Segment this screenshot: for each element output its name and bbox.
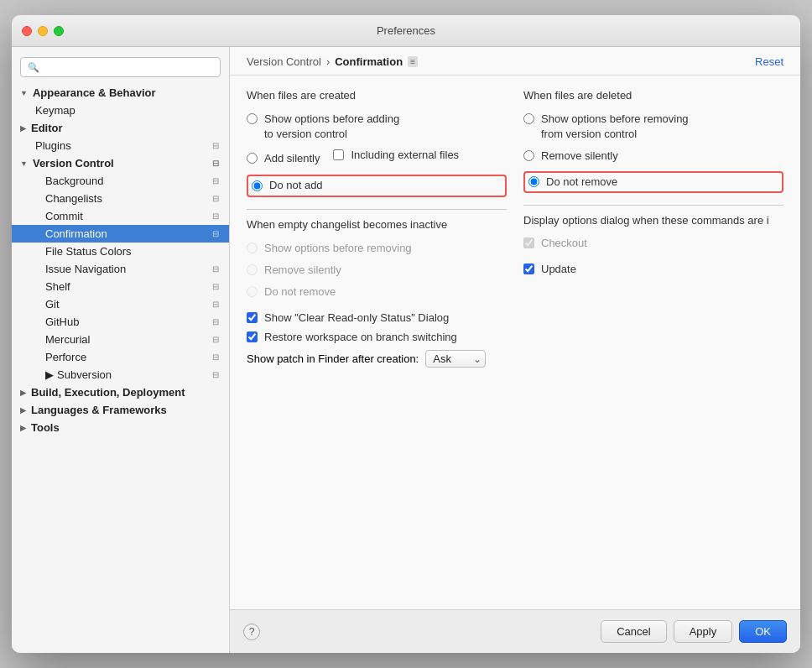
radio-remove-silently[interactable]: Remove silently [523, 149, 783, 164]
patch-finder-select[interactable]: Ask Always Never [425, 350, 486, 368]
radio-do-not-remove-label: Do not remove [546, 175, 617, 190]
radio-show-options-add[interactable]: Show options before addingto version con… [247, 112, 507, 142]
reset-button[interactable]: Reset [755, 55, 783, 68]
radio-do-not-remove-input[interactable] [528, 176, 539, 187]
radio-show-before-removing-input[interactable] [247, 243, 258, 253]
radio-show-before-removing[interactable]: Show options before removing [247, 241, 507, 256]
minimize-button[interactable] [38, 26, 48, 36]
checkout-item[interactable]: Checkout [523, 237, 783, 249]
restore-workspace-checkbox[interactable] [247, 331, 258, 342]
ok-button[interactable]: OK [739, 620, 787, 643]
window-title: Preferences [377, 24, 435, 37]
breadcrumb-separator: › [326, 55, 330, 68]
radio-show-options-add-label: Show options before addingto version con… [264, 112, 399, 142]
radio-do-not-add-label: Do not add [269, 178, 323, 193]
radio-show-options-add-input[interactable] [247, 113, 258, 124]
radio-show-options-remove-input[interactable] [523, 113, 534, 124]
when-changelist-title: When empty changelist becomes inactive [247, 218, 507, 231]
sidebar-item-subversion[interactable]: ▶ Subversion ⊟ [12, 366, 229, 384]
update-checkbox[interactable] [523, 264, 534, 274]
show-clear-readonly-item[interactable]: Show "Clear Read-only Status" Dialog [247, 311, 507, 324]
sidebar-item-perforce[interactable]: Perforce ⊟ [12, 348, 229, 366]
display-options-title: Display options dialog when these comman… [523, 214, 783, 227]
sidebar-item-changelists[interactable]: Changelists ⊟ [12, 190, 229, 207]
including-external-label: Including external files [351, 149, 459, 161]
patch-finder-select-wrapper[interactable]: Ask Always Never [425, 350, 486, 368]
help-button[interactable]: ? [243, 624, 260, 640]
radio-remove-silently2[interactable]: Remove silently [247, 263, 507, 278]
radio-do-not-add-input[interactable] [252, 180, 263, 191]
radio-add-silently-input[interactable] [247, 153, 258, 164]
when-deleted-radio-group: Show options before removingfrom version… [523, 112, 783, 193]
patch-finder-row: Show patch in Finder after creation: Ask… [247, 350, 507, 368]
update-item[interactable]: Update [523, 263, 783, 275]
settings-icon: ⊟ [212, 141, 219, 150]
two-column-layout: When files are created Show options befo… [247, 89, 783, 368]
radio-show-before-removing-label: Show options before removing [264, 241, 412, 256]
sidebar-item-appearance[interactable]: ▼ Appearance & Behavior [12, 84, 229, 102]
radio-do-not-remove2-input[interactable] [247, 286, 258, 297]
sidebar: 🔍 ▼ Appearance & Behavior Keymap ▶ Edito… [12, 47, 230, 653]
restore-workspace-label: Restore workspace on branch switching [264, 331, 457, 343]
do-not-add-highlighted[interactable]: Do not add [247, 175, 507, 196]
sidebar-item-tools[interactable]: ▶ Tools [12, 419, 229, 436]
sidebar-item-editor[interactable]: ▶ Editor [12, 119, 229, 137]
do-not-remove-highlighted[interactable]: Do not remove [523, 171, 783, 193]
radio-show-options-remove-label: Show options before removingfrom version… [541, 112, 689, 142]
including-external-checkbox[interactable] [333, 149, 344, 160]
radio-remove-silently-input[interactable] [523, 150, 534, 161]
sidebar-item-languages[interactable]: ▶ Languages & Frameworks [12, 401, 229, 419]
apply-button[interactable]: Apply [674, 620, 733, 643]
settings-icon7: ⊟ [212, 264, 219, 274]
sidebar-item-plugins[interactable]: Plugins ⊟ [12, 137, 229, 154]
settings-icon6: ⊟ [212, 229, 219, 238]
preferences-window: Preferences 🔍 ▼ Appearance & Behavior Ke… [12, 15, 800, 653]
settings-icon-breadcrumb[interactable]: ≡ [408, 56, 418, 67]
settings-icon12: ⊟ [212, 352, 219, 362]
display-options-group: Checkout Update [523, 237, 783, 282]
radio-show-options-remove[interactable]: Show options before removingfrom version… [523, 112, 783, 142]
main-content: When files are created Show options befo… [230, 76, 800, 609]
settings-icon8: ⊟ [212, 282, 219, 291]
sidebar-item-issue-navigation[interactable]: Issue Navigation ⊟ [12, 260, 229, 278]
breadcrumb-current: Confirmation [335, 55, 403, 68]
left-column: When files are created Show options befo… [247, 89, 507, 368]
close-button[interactable] [22, 26, 32, 36]
sidebar-item-version-control[interactable]: ▼ Version Control ⊟ [12, 154, 229, 172]
arrow-down-icon2: ▼ [20, 159, 28, 168]
restore-workspace-item[interactable]: Restore workspace on branch switching [247, 331, 507, 343]
sidebar-item-github[interactable]: GitHub ⊟ [12, 313, 229, 331]
search-box[interactable]: 🔍 [20, 57, 221, 77]
show-clear-readonly-checkbox[interactable] [247, 312, 258, 323]
traffic-lights [22, 26, 64, 36]
breadcrumb: Version Control › Confirmation ≡ [247, 55, 418, 68]
radio-do-not-remove2[interactable]: Do not remove [247, 284, 507, 300]
title-bar: Preferences [12, 15, 800, 47]
sidebar-item-background[interactable]: Background ⊟ [12, 172, 229, 190]
radio-remove-silently2-input[interactable] [247, 264, 258, 275]
when-created-title: When files are created [247, 89, 507, 102]
sidebar-item-mercurial[interactable]: Mercurial ⊟ [12, 331, 229, 348]
sidebar-item-file-status-colors[interactable]: File Status Colors [12, 243, 229, 260]
radio-remove-silently2-label: Remove silently [264, 263, 341, 278]
arrow-right-icon3: ▶ [20, 389, 26, 397]
content-area: 🔍 ▼ Appearance & Behavior Keymap ▶ Edito… [12, 47, 800, 653]
sidebar-item-commit[interactable]: Commit ⊟ [12, 207, 229, 225]
arrow-right-icon5: ▶ [20, 424, 26, 432]
radio-add-silently[interactable]: Add silently [247, 151, 320, 166]
sidebar-item-keymap[interactable]: Keymap [12, 102, 229, 119]
sidebar-item-confirmation[interactable]: Confirmation ⊟ [12, 225, 229, 243]
including-external-item[interactable]: Including external files [333, 149, 459, 161]
checkout-checkbox[interactable] [523, 237, 534, 248]
sidebar-item-git[interactable]: Git ⊟ [12, 295, 229, 313]
maximize-button[interactable] [54, 26, 64, 36]
settings-icon5: ⊟ [212, 211, 219, 221]
sidebar-item-build[interactable]: ▶ Build, Execution, Deployment [12, 384, 229, 401]
main-header: Version Control › Confirmation ≡ Reset [230, 47, 800, 76]
changelist-radio-group: Show options before removing Remove sile… [247, 241, 507, 300]
search-input[interactable] [43, 61, 213, 73]
breadcrumb-parent: Version Control [247, 55, 321, 68]
show-clear-readonly-label: Show "Clear Read-only Status" Dialog [264, 311, 449, 324]
cancel-button[interactable]: Cancel [601, 620, 666, 643]
sidebar-item-shelf[interactable]: Shelf ⊟ [12, 278, 229, 295]
